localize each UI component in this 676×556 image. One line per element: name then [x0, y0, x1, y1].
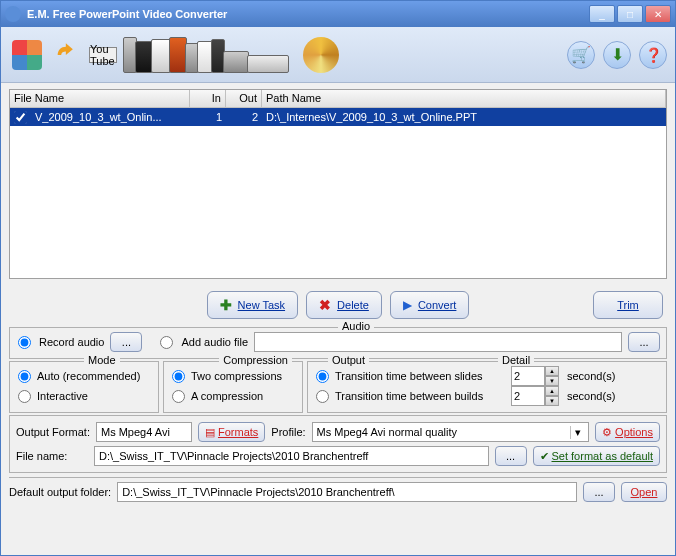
mode-group: Mode Auto (recommended) Interactive	[9, 361, 159, 413]
output-format-value: Ms Mpeg4 Avi	[96, 422, 192, 442]
mode-legend: Mode	[84, 354, 120, 366]
check-icon: ✔	[540, 450, 549, 463]
formats-button[interactable]: ▤Formats	[198, 422, 265, 442]
help-button[interactable]	[639, 41, 667, 69]
output-format-label: Output Format:	[16, 426, 90, 438]
convert-button[interactable]: ▶Convert	[390, 291, 470, 319]
browse-folder-button[interactable]: ...	[583, 482, 615, 502]
browse-audio-button[interactable]: ...	[628, 332, 660, 352]
add-audio-label: Add audio file	[181, 336, 248, 348]
gear-icon: ⚙	[602, 426, 612, 439]
toolbar: You Tube	[1, 27, 675, 83]
output-group: Output Detail Transition time between sl…	[307, 361, 667, 413]
close-button[interactable]: ✕	[645, 5, 671, 23]
convert-arrow-icon	[49, 37, 85, 73]
cell-out: 2	[226, 111, 262, 123]
transition-builds-radio[interactable]	[316, 390, 329, 403]
table-row[interactable]: V_2009_10_3_wt_Onlin... 1 2 D:\_Internes…	[10, 108, 666, 126]
filename-field[interactable]	[94, 446, 489, 466]
format-group: Output Format: Ms Mpeg4 Avi ▤Formats Pro…	[9, 415, 667, 473]
maximize-button[interactable]: □	[617, 5, 643, 23]
row-checkbox[interactable]	[14, 111, 27, 124]
slides-time-stepper[interactable]: ▲▼	[511, 366, 559, 386]
chevron-down-icon[interactable]: ▼	[545, 396, 559, 406]
compression-two-radio[interactable]	[172, 370, 185, 383]
transition-slides-radio[interactable]	[316, 370, 329, 383]
record-audio-label: Record audio	[39, 336, 104, 348]
add-audio-radio[interactable]	[160, 336, 173, 349]
download-button[interactable]	[603, 41, 631, 69]
file-list[interactable]: File Name In Out Path Name V_2009_10_3_w…	[9, 89, 667, 279]
download-icon	[611, 45, 624, 64]
audio-legend: Audio	[338, 320, 374, 332]
delete-button[interactable]: ✖Delete	[306, 291, 382, 319]
x-icon: ✖	[319, 297, 331, 313]
compression-group: Compression Two compressions A compressi…	[163, 361, 303, 413]
new-task-button[interactable]: ✚New Task	[207, 291, 298, 319]
list-icon: ▤	[205, 426, 215, 439]
default-folder-label: Default output folder:	[9, 486, 111, 498]
cart-icon	[571, 45, 591, 64]
profile-label: Profile:	[271, 426, 305, 438]
detail-legend: Detail	[498, 354, 534, 366]
cell-filename: V_2009_10_3_wt_Onlin...	[31, 111, 190, 123]
mode-interactive-radio[interactable]	[18, 390, 31, 403]
cell-path: D:\_Internes\V_2009_10_3_wt_Online.PPT	[262, 111, 666, 123]
plus-icon: ✚	[220, 297, 232, 313]
col-out[interactable]: Out	[226, 90, 262, 107]
office-icon	[9, 37, 45, 73]
app-icon	[5, 6, 21, 22]
record-audio-settings-button[interactable]: ...	[110, 332, 142, 352]
record-audio-radio[interactable]	[18, 336, 31, 349]
profile-select[interactable]: Ms Mpeg4 Avi normal quality▾	[312, 422, 590, 442]
builds-time-stepper[interactable]: ▲▼	[511, 386, 559, 406]
minimize-button[interactable]: _	[589, 5, 615, 23]
options-button[interactable]: ⚙Options	[595, 422, 660, 442]
col-path[interactable]: Path Name	[262, 90, 666, 107]
cell-in: 1	[190, 111, 226, 123]
youtube-icon: You Tube	[89, 47, 117, 63]
chevron-down-icon[interactable]: ▼	[545, 376, 559, 386]
compression-legend: Compression	[219, 354, 292, 366]
open-button[interactable]: Open	[621, 482, 667, 502]
chevron-up-icon[interactable]: ▲	[545, 366, 559, 376]
devices-icon	[125, 37, 289, 73]
col-in[interactable]: In	[190, 90, 226, 107]
audio-file-field[interactable]	[254, 332, 622, 352]
filename-label: File name:	[16, 450, 88, 462]
default-folder-field[interactable]	[117, 482, 577, 502]
chevron-down-icon: ▾	[570, 426, 584, 439]
file-list-header: File Name In Out Path Name	[10, 90, 666, 108]
cart-button[interactable]	[567, 41, 595, 69]
titlebar: E.M. Free PowerPoint Video Converter _ □…	[1, 1, 675, 27]
chevron-up-icon[interactable]: ▲	[545, 386, 559, 396]
mode-auto-radio[interactable]	[18, 370, 31, 383]
window-title: E.M. Free PowerPoint Video Converter	[27, 8, 589, 20]
disc-icon	[303, 37, 339, 73]
browse-filename-button[interactable]: ...	[495, 446, 527, 466]
trim-button[interactable]: Trim	[593, 291, 663, 319]
compression-one-radio[interactable]	[172, 390, 185, 403]
divider	[9, 477, 667, 478]
help-icon	[645, 47, 662, 63]
output-legend: Output	[328, 354, 369, 366]
col-filename[interactable]: File Name	[10, 90, 190, 107]
set-default-button[interactable]: ✔Set format as default	[533, 446, 661, 466]
play-icon: ▶	[403, 298, 412, 312]
